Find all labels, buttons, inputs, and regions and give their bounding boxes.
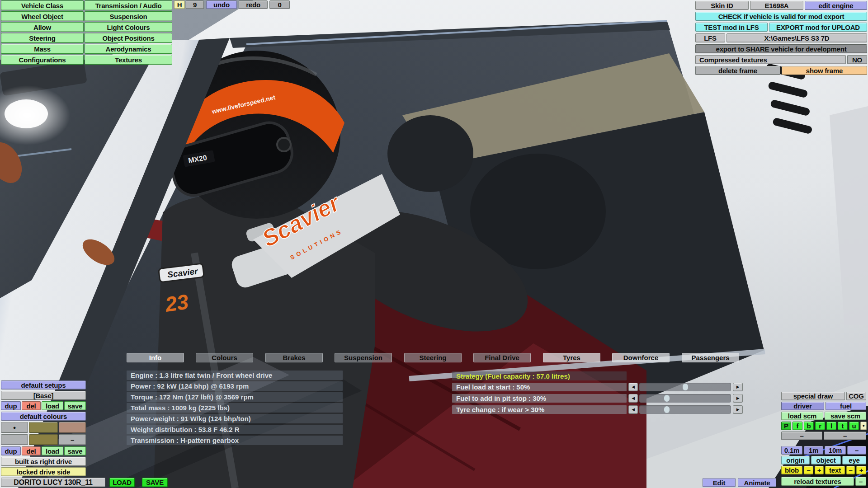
setup-save-button[interactable]: save bbox=[64, 401, 86, 410]
redo-button[interactable]: redo bbox=[239, 0, 268, 9]
colour-swatch-brown[interactable] bbox=[59, 422, 86, 433]
layer-l-button[interactable]: l bbox=[826, 422, 836, 430]
layer-t-button[interactable]: t bbox=[838, 422, 848, 430]
fuel-pit-slider-thumb[interactable] bbox=[664, 395, 670, 402]
tyre-change-slider-thumb[interactable] bbox=[664, 406, 670, 413]
edit-mode-button[interactable]: Edit bbox=[703, 478, 736, 487]
edit-engine-button[interactable]: edit engine bbox=[805, 1, 867, 10]
colours-load-button[interactable]: load bbox=[42, 446, 63, 455]
tab-steering[interactable]: Steering bbox=[404, 353, 462, 362]
lfs-button[interactable]: LFS bbox=[695, 33, 725, 42]
fuel-start-right-arrow[interactable]: ► bbox=[733, 383, 743, 391]
setup-load-button[interactable]: load bbox=[42, 401, 63, 410]
vehicle-name-field[interactable]: DORITO LUCY 130R_11 bbox=[1, 478, 105, 487]
undo-button[interactable]: undo bbox=[206, 0, 237, 9]
tab-colours[interactable]: Colours bbox=[196, 353, 253, 362]
colour-swatch-olive-1[interactable] bbox=[29, 422, 58, 433]
test-mod-button[interactable]: TEST mod in LFS bbox=[695, 23, 768, 32]
default-setups-button[interactable]: default setups bbox=[1, 380, 86, 389]
text-plus-button[interactable]: + bbox=[856, 466, 866, 474]
blob-button[interactable]: blob bbox=[781, 466, 802, 474]
tab-tyres[interactable]: Tyres bbox=[543, 353, 600, 362]
layer-p-button[interactable]: P bbox=[781, 422, 791, 430]
colour-slot-minus[interactable]: – bbox=[59, 434, 86, 445]
tab-info[interactable]: Info bbox=[127, 353, 184, 362]
tab-suspension[interactable]: Suspension bbox=[335, 353, 392, 362]
draw-minus-left-button[interactable]: – bbox=[781, 432, 822, 440]
blob-plus-button[interactable]: + bbox=[815, 466, 824, 474]
grid-1m-button[interactable]: 1m bbox=[804, 446, 823, 455]
tab-downforce[interactable]: Downforce bbox=[612, 353, 670, 362]
tab-final-drive[interactable]: Final Drive bbox=[473, 353, 531, 362]
setup-dup-button[interactable]: dup bbox=[1, 401, 21, 410]
reload-minus-button[interactable]: – bbox=[855, 477, 866, 486]
fuel-pit-right-arrow[interactable]: ► bbox=[733, 394, 743, 403]
menu-light-colours[interactable]: Light Colours bbox=[85, 22, 172, 32]
compressed-textures-toggle[interactable]: NO bbox=[847, 55, 867, 64]
delete-frame-button[interactable]: delete frame bbox=[695, 66, 780, 75]
layer-b-button[interactable]: b bbox=[804, 422, 814, 430]
history-h-button[interactable]: H bbox=[174, 0, 185, 9]
fuel-pit-slider[interactable] bbox=[639, 394, 731, 403]
colours-del-button[interactable]: del bbox=[22, 446, 41, 455]
menu-mass[interactable]: Mass bbox=[1, 44, 84, 54]
load-scm-button[interactable]: load scm bbox=[781, 412, 823, 420]
colour-slot-dot[interactable]: ● bbox=[1, 422, 28, 433]
tab-brakes[interactable]: Brakes bbox=[265, 353, 323, 362]
locked-drive-side-button[interactable]: locked drive side bbox=[1, 467, 86, 476]
skin-id-value[interactable]: E1698A bbox=[750, 1, 803, 10]
text-minus-button[interactable]: – bbox=[846, 466, 855, 474]
export-mod-button[interactable]: EXPORT mod for UPLOAD bbox=[769, 23, 867, 32]
compressed-textures-label[interactable]: Compressed textures bbox=[695, 55, 846, 64]
text-button[interactable]: text bbox=[825, 466, 845, 474]
menu-textures[interactable]: Textures bbox=[85, 55, 172, 65]
layer-f-button[interactable]: f bbox=[793, 422, 802, 430]
special-draw-button[interactable]: special draw bbox=[781, 392, 845, 400]
show-frame-button[interactable]: show frame bbox=[782, 66, 867, 75]
save-vehicle-button[interactable]: SAVE bbox=[142, 478, 168, 487]
colours-save-button[interactable]: save bbox=[64, 446, 86, 455]
layer-dot-button[interactable]: ● bbox=[860, 422, 867, 430]
menu-steering[interactable]: Steering bbox=[1, 33, 84, 43]
menu-suspension[interactable]: Suspension bbox=[85, 11, 172, 21]
reload-textures-button[interactable]: reload textures bbox=[781, 477, 854, 486]
built-right-drive-button[interactable]: built as right drive bbox=[1, 457, 86, 466]
view-origin-button[interactable]: origin bbox=[781, 456, 810, 465]
grid-minus-button[interactable]: – bbox=[847, 446, 866, 455]
lfs-path[interactable]: X:\Games\LFS S3 7D bbox=[726, 33, 867, 42]
menu-allow[interactable]: Allow bbox=[1, 22, 84, 32]
cog-button[interactable]: COG bbox=[846, 392, 866, 400]
fuel-pit-left-arrow[interactable]: ◄ bbox=[628, 394, 638, 403]
menu-transmission-audio[interactable]: Transmission / Audio bbox=[85, 0, 172, 10]
menu-aerodynamics[interactable]: Aerodynamics bbox=[85, 44, 172, 54]
layer-u-button[interactable]: u bbox=[849, 422, 859, 430]
share-export-button[interactable]: export to SHARE vehicle for development bbox=[695, 44, 867, 53]
history-zero-button[interactable]: 0 bbox=[269, 0, 290, 9]
grid-10m-button[interactable]: 10m bbox=[825, 446, 846, 455]
load-vehicle-button[interactable]: LOAD bbox=[109, 478, 135, 487]
animate-mode-button[interactable]: Animate bbox=[738, 478, 776, 487]
check-valid-button[interactable]: CHECK if vehicle is valid for mod export bbox=[695, 12, 867, 21]
setup-del-button[interactable]: del bbox=[22, 401, 41, 410]
colour-swatch-olive-2[interactable] bbox=[29, 434, 58, 445]
colours-dup-button[interactable]: dup bbox=[1, 446, 21, 455]
fuel-start-slider[interactable] bbox=[639, 383, 731, 391]
menu-configurations[interactable]: Configurations bbox=[1, 55, 84, 65]
tab-passengers[interactable]: Passengers bbox=[682, 353, 739, 362]
fuel-button[interactable]: fuel bbox=[826, 402, 866, 410]
colour-slot-blank[interactable] bbox=[1, 434, 28, 445]
draw-minus-right-button[interactable]: – bbox=[824, 432, 866, 440]
tyre-change-left-arrow[interactable]: ◄ bbox=[628, 405, 638, 414]
fuel-start-left-arrow[interactable]: ◄ bbox=[628, 383, 638, 391]
blob-minus-button[interactable]: – bbox=[804, 466, 813, 474]
fuel-start-slider-thumb[interactable] bbox=[683, 384, 688, 390]
driver-button[interactable]: driver bbox=[781, 402, 824, 410]
view-object-button[interactable]: object bbox=[811, 456, 841, 465]
skin-id-label[interactable]: Skin ID bbox=[695, 1, 749, 10]
tyre-change-right-arrow[interactable]: ► bbox=[733, 405, 743, 414]
menu-object-positions[interactable]: Object Positions bbox=[85, 33, 172, 43]
tyre-change-slider[interactable] bbox=[639, 405, 731, 414]
setup-base-button[interactable]: [Base] bbox=[1, 391, 86, 400]
save-scm-button[interactable]: save scm bbox=[825, 412, 866, 420]
view-eye-button[interactable]: eye bbox=[842, 456, 866, 465]
